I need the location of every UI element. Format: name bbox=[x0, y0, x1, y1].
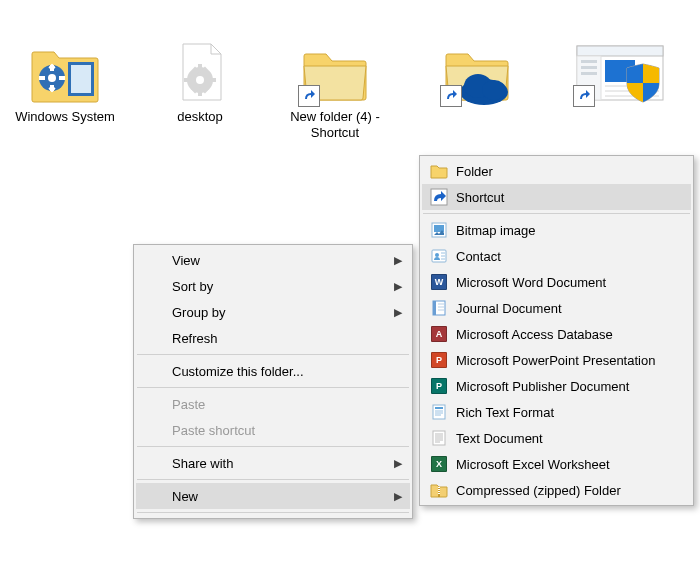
folder-onedrive-icon bbox=[442, 40, 512, 105]
desktop-icon-new-folder-shortcut[interactable]: New folder (4) - Shortcut bbox=[270, 40, 400, 142]
menu-item-customize-this-folder[interactable]: Customize this folder... bbox=[136, 358, 410, 384]
bitmap-icon bbox=[430, 221, 448, 239]
context-submenu-new: FolderShortcutBitmap imageContactWMicros… bbox=[419, 155, 694, 506]
menu-item-folder[interactable]: Folder bbox=[422, 158, 691, 184]
menu-separator bbox=[137, 446, 409, 447]
shortcut-overlay-icon bbox=[440, 85, 462, 107]
desktop-icon-label: desktop bbox=[135, 109, 265, 125]
desktop-icon-label: New folder (4) - Shortcut bbox=[270, 109, 400, 142]
menu-item-microsoft-publisher-document[interactable]: PMicrosoft Publisher Document bbox=[422, 373, 691, 399]
menu-item-contact[interactable]: Contact bbox=[422, 243, 691, 269]
journal-icon bbox=[430, 299, 448, 317]
submenu-arrow-icon: ▶ bbox=[394, 254, 402, 267]
powerpoint-icon: P bbox=[430, 351, 448, 369]
svg-rect-63 bbox=[438, 493, 440, 494]
menu-item-label: Microsoft Access Database bbox=[456, 327, 665, 342]
desktop-icon-desktop-ini[interactable]: desktop bbox=[135, 40, 265, 125]
svg-rect-60 bbox=[438, 487, 440, 488]
submenu-arrow-icon: ▶ bbox=[394, 457, 402, 470]
file-gear-icon bbox=[165, 40, 235, 105]
menu-item-label: Microsoft Word Document bbox=[456, 275, 665, 290]
menu-item-bitmap-image[interactable]: Bitmap image bbox=[422, 217, 691, 243]
svg-rect-30 bbox=[581, 72, 597, 75]
svg-rect-29 bbox=[581, 66, 597, 69]
menu-item-label: Paste bbox=[172, 397, 384, 412]
menu-item-label: Paste shortcut bbox=[172, 423, 384, 438]
menu-separator bbox=[137, 354, 409, 355]
menu-item-compressed-zipped-folder[interactable]: Compressed (zipped) Folder bbox=[422, 477, 691, 503]
menu-item-label: Refresh bbox=[172, 331, 384, 346]
menu-separator bbox=[137, 387, 409, 388]
contact-icon bbox=[430, 247, 448, 265]
menu-item-label: Sort by bbox=[172, 279, 384, 294]
menu-item-microsoft-powerpoint-presentation[interactable]: PMicrosoft PowerPoint Presentation bbox=[422, 347, 691, 373]
menu-item-shortcut[interactable]: Shortcut bbox=[422, 184, 691, 210]
menu-item-group-by[interactable]: Group by▶ bbox=[136, 299, 410, 325]
desktop-icon-optional-features[interactable] bbox=[555, 40, 685, 109]
menu-item-label: Journal Document bbox=[456, 301, 665, 316]
menu-item-share-with[interactable]: Share with▶ bbox=[136, 450, 410, 476]
svg-rect-17 bbox=[209, 78, 216, 82]
desktop-icon-label: Windows System bbox=[0, 109, 130, 125]
menu-item-label: Contact bbox=[456, 249, 665, 264]
menu-item-paste-shortcut: Paste shortcut bbox=[136, 417, 410, 443]
desktop-icon-onedrive[interactable] bbox=[412, 40, 542, 109]
svg-rect-61 bbox=[438, 489, 440, 490]
word-icon: W bbox=[430, 273, 448, 291]
menu-item-label: New bbox=[172, 489, 384, 504]
menu-item-label: Share with bbox=[172, 456, 384, 471]
text-icon bbox=[430, 429, 448, 447]
svg-rect-16 bbox=[184, 78, 191, 82]
menu-item-label: Rich Text Format bbox=[456, 405, 665, 420]
submenu-arrow-icon: ▶ bbox=[394, 490, 402, 503]
menu-separator bbox=[137, 479, 409, 480]
submenu-arrow-icon: ▶ bbox=[394, 280, 402, 293]
rtf-icon bbox=[430, 403, 448, 421]
svg-rect-6 bbox=[39, 76, 45, 80]
svg-rect-7 bbox=[59, 76, 65, 80]
desktop-icon-windows-system[interactable]: Windows System bbox=[0, 40, 130, 125]
menu-item-rich-text-format[interactable]: Rich Text Format bbox=[422, 399, 691, 425]
menu-item-sort-by[interactable]: Sort by▶ bbox=[136, 273, 410, 299]
zip-icon bbox=[430, 481, 448, 499]
submenu-arrow-icon: ▶ bbox=[394, 306, 402, 319]
svg-rect-62 bbox=[438, 491, 440, 492]
menu-separator bbox=[137, 512, 409, 513]
access-icon: A bbox=[430, 325, 448, 343]
menu-item-microsoft-excel-worksheet[interactable]: XMicrosoft Excel Worksheet bbox=[422, 451, 691, 477]
svg-rect-26 bbox=[577, 46, 663, 56]
menu-item-microsoft-access-database[interactable]: AMicrosoft Access Database bbox=[422, 321, 691, 347]
menu-item-label: Microsoft Publisher Document bbox=[456, 379, 665, 394]
menu-separator bbox=[423, 213, 690, 214]
menu-item-label: View bbox=[172, 253, 384, 268]
menu-item-label: Microsoft PowerPoint Presentation bbox=[456, 353, 665, 368]
svg-rect-44 bbox=[433, 301, 436, 315]
shortcut-overlay-icon bbox=[298, 85, 320, 107]
svg-rect-15 bbox=[198, 89, 202, 96]
shortcut-overlay-icon bbox=[573, 85, 595, 107]
menu-item-refresh[interactable]: Refresh bbox=[136, 325, 410, 351]
menu-item-label: Group by bbox=[172, 305, 384, 320]
svg-point-13 bbox=[196, 76, 204, 84]
menu-item-label: Folder bbox=[456, 164, 665, 179]
menu-item-journal-document[interactable]: Journal Document bbox=[422, 295, 691, 321]
folder-gear-icon bbox=[30, 40, 100, 105]
publisher-icon: P bbox=[430, 377, 448, 395]
folder-icon bbox=[430, 162, 448, 180]
excel-icon: X bbox=[430, 455, 448, 473]
svg-rect-28 bbox=[581, 60, 597, 63]
menu-item-text-document[interactable]: Text Document bbox=[422, 425, 691, 451]
menu-item-label: Bitmap image bbox=[456, 223, 665, 238]
menu-item-label: Compressed (zipped) Folder bbox=[456, 483, 665, 498]
window-shield-icon bbox=[575, 40, 665, 105]
menu-item-new[interactable]: New▶ bbox=[136, 483, 410, 509]
menu-item-view[interactable]: View▶ bbox=[136, 247, 410, 273]
menu-item-label: Text Document bbox=[456, 431, 665, 446]
menu-item-microsoft-word-document[interactable]: WMicrosoft Word Document bbox=[422, 269, 691, 295]
svg-point-3 bbox=[48, 74, 56, 82]
svg-rect-1 bbox=[71, 65, 91, 93]
menu-item-label: Microsoft Excel Worksheet bbox=[456, 457, 665, 472]
menu-item-paste: Paste bbox=[136, 391, 410, 417]
svg-rect-14 bbox=[198, 64, 202, 71]
svg-point-39 bbox=[435, 253, 439, 257]
